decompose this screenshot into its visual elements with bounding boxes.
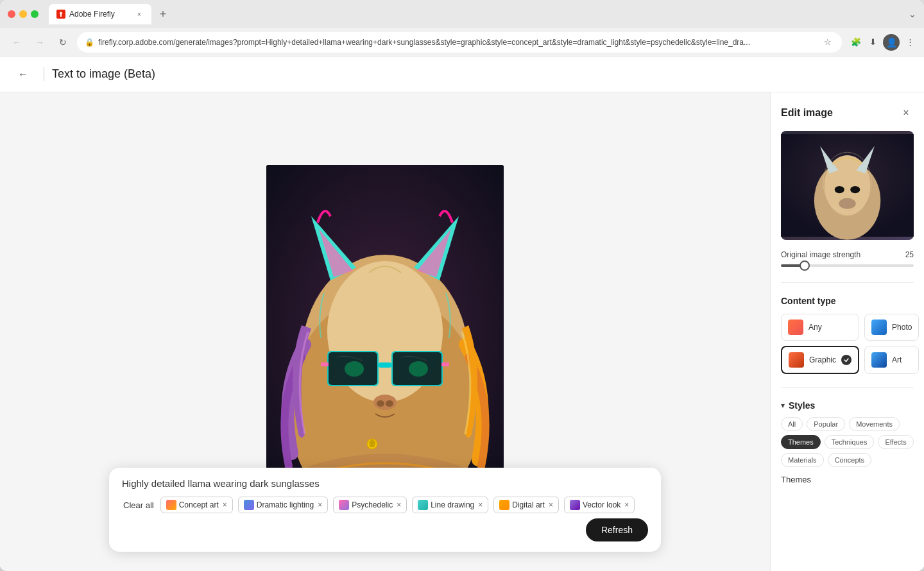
graphic-check-icon (841, 355, 851, 365)
content-type-photo[interactable]: Photo (864, 314, 919, 341)
divider-2 (781, 387, 914, 388)
generated-image (266, 165, 504, 499)
slider-fill (781, 264, 801, 267)
address-bar: ← → ↻ 🔒 firefly.corp.adobe.com/generate/… (0, 28, 924, 56)
app-header: ← Text to image (Beta) (0, 56, 924, 92)
prompt-text[interactable]: Highly detailed llama wearing dark sungl… (122, 478, 648, 489)
edit-panel-title: Edit image (781, 107, 833, 119)
tab-menu-button[interactable]: ⌄ (909, 9, 916, 19)
slider-section: Original image strength 25 (781, 250, 914, 269)
forward-button[interactable]: → (31, 33, 49, 51)
style-tab-materials[interactable]: Materials (781, 453, 824, 467)
new-tab-button[interactable]: + (154, 5, 172, 23)
style-tab-themes[interactable]: Themes (781, 435, 821, 449)
svg-point-22 (839, 198, 855, 209)
clear-all-button[interactable]: Clear all (122, 498, 155, 513)
photo-icon (871, 320, 887, 335)
tab-close-button[interactable]: × (135, 10, 144, 19)
tag-concept-art-remove[interactable]: × (223, 500, 227, 509)
tag-psychedelic-remove[interactable]: × (397, 500, 401, 509)
art-icon (871, 352, 887, 368)
slider-label: Original image strength (781, 250, 860, 259)
more-options-button[interactable]: ⋮ (903, 36, 916, 49)
title-bar: Adobe Firefly × + ⌄ (0, 0, 924, 28)
page-title: Text to image (Beta) (44, 67, 155, 81)
tag-dramatic-lighting[interactable]: Dramatic lighting × (238, 497, 328, 513)
slider-label-row: Original image strength 25 (781, 250, 914, 259)
address-bar-input[interactable]: 🔒 firefly.corp.adobe.com/generate/images… (77, 32, 842, 53)
divider (781, 282, 914, 283)
panel-image (781, 131, 914, 240)
downloads-icon[interactable]: ⬇ (866, 36, 879, 49)
digital-art-icon (499, 500, 509, 510)
back-button[interactable]: ← (8, 33, 26, 51)
content-type-graphic-label: Graphic (809, 355, 836, 364)
style-tab-movements[interactable]: Movements (849, 417, 900, 431)
bookmark-icon[interactable]: ☆ (824, 37, 834, 47)
slider-thumb[interactable] (800, 260, 810, 271)
edit-panel: Edit image × (770, 92, 924, 571)
tag-digital-art[interactable]: Digital art × (493, 497, 559, 513)
tag-concept-art-label: Concept art (179, 500, 219, 509)
tag-dramatic-lighting-label: Dramatic lighting (257, 500, 314, 509)
chrome-toolbar-icons: 🧩 ⬇ 👤 ⋮ (850, 34, 916, 51)
tag-vector-look[interactable]: Vector look × (564, 497, 635, 513)
extensions-icon[interactable]: 🧩 (850, 36, 862, 49)
tab-title: Adobe Firefly (69, 10, 115, 19)
content-type-art[interactable]: Art (864, 346, 919, 374)
tag-digital-art-remove[interactable]: × (549, 500, 553, 509)
psychedelic-icon (339, 500, 349, 510)
vector-look-icon (570, 500, 580, 510)
tag-line-drawing[interactable]: Line drawing × (412, 497, 488, 513)
refresh-button[interactable]: Refresh (586, 518, 648, 541)
tag-psychedelic[interactable]: Psychedelic × (333, 497, 407, 513)
styles-section: ▾ Styles All Popular Movements Themes Te… (781, 400, 914, 484)
svg-point-16 (386, 400, 393, 407)
tag-line-drawing-remove[interactable]: × (478, 500, 483, 509)
styles-tabs: All Popular Movements Themes Techniques … (781, 417, 914, 467)
url-text: firefly.corp.adobe.com/generate/images?p… (98, 38, 820, 47)
styles-header[interactable]: ▾ Styles (781, 400, 914, 411)
tag-vector-look-remove[interactable]: × (624, 500, 629, 509)
close-window-button[interactable] (8, 10, 15, 18)
style-tab-effects[interactable]: Effects (878, 435, 913, 449)
minimize-window-button[interactable] (19, 10, 27, 18)
maximize-window-button[interactable] (31, 10, 38, 18)
style-tab-techniques[interactable]: Techniques (825, 435, 875, 449)
tab-right-controls: ⌄ (909, 9, 916, 19)
svg-point-12 (345, 361, 364, 377)
style-tab-popular[interactable]: Popular (807, 417, 845, 431)
address-icons: ☆ (824, 37, 834, 47)
edit-panel-close-button[interactable]: × (898, 105, 914, 121)
concept-art-icon (166, 500, 176, 510)
reload-button[interactable]: ↻ (54, 33, 72, 51)
prompt-bar: Highly detailed llama wearing dark sungl… (109, 468, 661, 552)
style-tab-concepts[interactable]: Concepts (828, 453, 871, 467)
tag-digital-art-label: Digital art (512, 500, 545, 509)
content-type-art-label: Art (892, 355, 902, 364)
dramatic-lighting-icon (244, 500, 254, 510)
tab-bar: Adobe Firefly × + ⌄ (49, 4, 916, 24)
content-type-photo-label: Photo (892, 323, 912, 332)
tag-dramatic-lighting-remove[interactable]: × (318, 500, 322, 509)
svg-rect-7 (379, 362, 391, 368)
style-tab-all[interactable]: All (781, 417, 803, 431)
slider-track[interactable] (781, 264, 914, 267)
traffic-lights (8, 10, 38, 18)
svg-point-15 (377, 400, 384, 407)
app-back-button[interactable]: ← (13, 64, 33, 85)
content-type-any-label: Any (809, 323, 822, 332)
tag-vector-look-label: Vector look (583, 500, 620, 509)
profile-icon[interactable]: 👤 (883, 34, 900, 51)
tag-concept-art[interactable]: Concept art × (160, 497, 233, 513)
active-tab[interactable]: Adobe Firefly × (49, 4, 151, 24)
svg-point-23 (835, 186, 844, 193)
content-type-graphic[interactable]: Graphic (781, 346, 859, 374)
themes-label: Themes (781, 475, 914, 484)
content-type-title: Content type (781, 296, 914, 306)
content-type-section: Content type Any Photo Graphic (781, 296, 914, 374)
content-type-any[interactable]: Any (781, 314, 859, 341)
svg-point-14 (373, 395, 397, 410)
browser-window: Adobe Firefly × + ⌄ ← → ↻ 🔒 firefly.corp… (0, 0, 924, 571)
styles-section-title: Styles (789, 400, 815, 411)
